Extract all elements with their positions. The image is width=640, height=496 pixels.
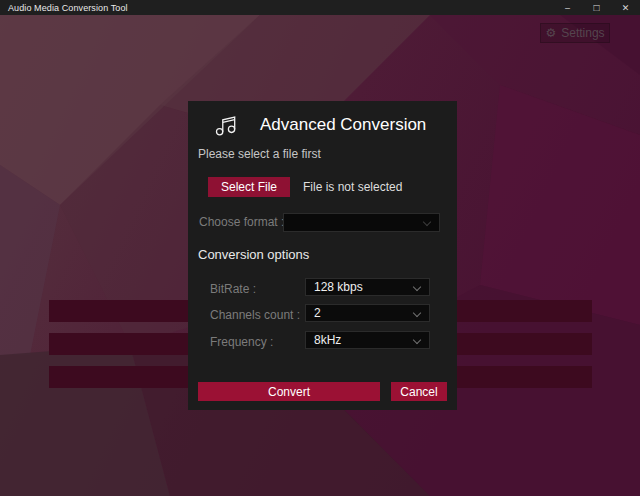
frequency-label: Frequency : bbox=[210, 335, 273, 349]
settings-label: Settings bbox=[561, 26, 604, 40]
frequency-dropdown[interactable]: 8kHz bbox=[305, 331, 430, 349]
file-status-text: File is not selected bbox=[303, 180, 402, 194]
choose-format-label: Choose format : bbox=[199, 215, 284, 229]
frequency-value: 8kHz bbox=[314, 333, 341, 347]
minimize-icon: – bbox=[565, 3, 570, 13]
bitrate-dropdown[interactable]: 128 kbps bbox=[305, 278, 430, 296]
chevron-down-icon bbox=[423, 218, 431, 226]
channels-count-dropdown[interactable]: 2 bbox=[305, 304, 430, 322]
maximize-icon: □ bbox=[593, 2, 599, 13]
minimize-button[interactable]: – bbox=[553, 0, 582, 15]
cancel-button[interactable]: Cancel bbox=[391, 382, 447, 401]
bitrate-value: 128 kbps bbox=[314, 280, 363, 294]
format-dropdown[interactable] bbox=[283, 213, 440, 232]
music-note-icon bbox=[214, 111, 240, 143]
chevron-down-icon bbox=[413, 309, 421, 317]
dialog-title: Advanced Conversion bbox=[260, 115, 426, 135]
advanced-conversion-dialog: Advanced Conversion Please select a file… bbox=[188, 101, 457, 410]
chevron-down-icon bbox=[413, 283, 421, 291]
settings-button[interactable]: ⚙ Settings bbox=[540, 23, 610, 43]
channels-count-value: 2 bbox=[314, 306, 321, 320]
select-file-button[interactable]: Select File bbox=[208, 177, 290, 197]
dialog-subtitle: Please select a file first bbox=[198, 147, 321, 161]
gear-icon: ⚙ bbox=[545, 27, 556, 39]
maximize-button[interactable]: □ bbox=[582, 0, 611, 15]
close-icon: ✕ bbox=[622, 3, 630, 13]
convert-button[interactable]: Convert bbox=[198, 382, 380, 401]
close-button[interactable]: ✕ bbox=[611, 0, 640, 15]
conversion-options-header: Conversion options bbox=[198, 247, 309, 262]
titlebar: Audio Media Conversion Tool – □ ✕ bbox=[0, 0, 640, 15]
channels-count-label: Channels count : bbox=[210, 308, 300, 322]
bitrate-label: BitRate : bbox=[210, 282, 256, 296]
window-title: Audio Media Conversion Tool bbox=[0, 3, 128, 13]
window-controls: – □ ✕ bbox=[553, 0, 640, 15]
chevron-down-icon bbox=[413, 336, 421, 344]
